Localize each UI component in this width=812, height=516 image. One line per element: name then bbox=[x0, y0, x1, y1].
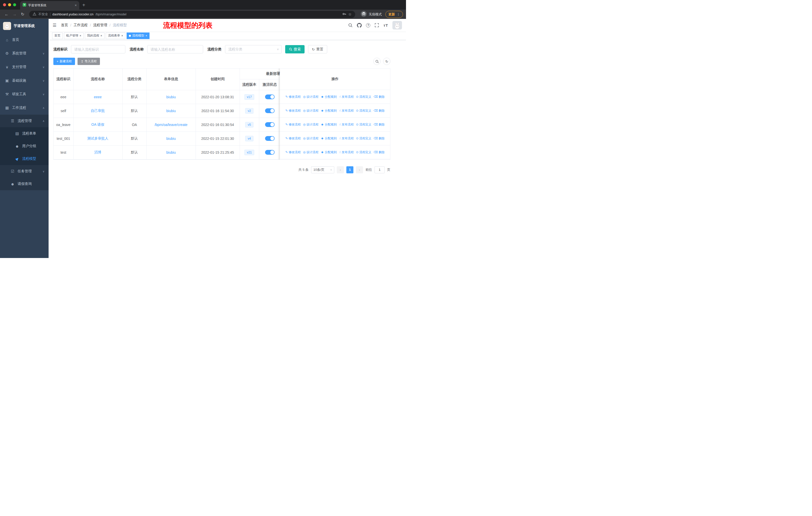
goto-page-input[interactable] bbox=[375, 166, 385, 173]
model-name-link[interactable]: eeee bbox=[94, 95, 102, 99]
create-process-button[interactable]: + 新建流程 bbox=[53, 58, 75, 65]
form-link[interactable]: biubiu bbox=[166, 151, 176, 155]
category-select[interactable]: 流程分类 ∨ bbox=[225, 45, 282, 53]
tag-process-form[interactable]: 流程表单 × bbox=[106, 32, 125, 39]
deploy-flow-link[interactable]: ☝发布流程 bbox=[339, 95, 354, 99]
menu-fold-icon[interactable]: ☰ bbox=[53, 23, 56, 28]
sidebar-item-home[interactable]: ⌂ 首页 bbox=[0, 33, 49, 47]
tag-close-icon[interactable]: × bbox=[121, 34, 123, 37]
delete-link[interactable]: ⌫删除 bbox=[374, 95, 385, 99]
design-flow-link[interactable]: ◎设计流程 bbox=[303, 109, 318, 113]
sidebar-item-leave-query[interactable]: ☻ 请假查询 bbox=[0, 178, 49, 190]
tag-close-icon[interactable]: × bbox=[145, 34, 147, 37]
back-icon[interactable]: ← bbox=[3, 12, 10, 17]
form-link[interactable]: biubiu bbox=[166, 137, 176, 141]
active-toggle[interactable] bbox=[265, 150, 274, 155]
sidebar-item-process-form[interactable]: ▤ 流程表单 bbox=[0, 127, 49, 140]
browser-menu-icon[interactable]: ⋮ bbox=[397, 12, 400, 16]
page-size-select[interactable]: 10条/页 ∨ bbox=[311, 166, 334, 173]
model-name-link[interactable]: OA 请假 bbox=[91, 123, 104, 127]
assign-rule-link[interactable]: ☻分配规则 bbox=[321, 95, 337, 99]
tag-close-icon[interactable]: × bbox=[100, 34, 102, 37]
sidebar-item-process-model[interactable]: ▶ 流程模型 bbox=[0, 153, 49, 165]
active-toggle[interactable] bbox=[265, 136, 274, 141]
active-toggle[interactable] bbox=[265, 108, 274, 113]
form-link[interactable]: biubiu bbox=[166, 109, 176, 113]
show-search-button[interactable] bbox=[373, 58, 381, 65]
assign-rule-link[interactable]: ☻分配规则 bbox=[321, 109, 337, 113]
password-key-icon[interactable] bbox=[342, 12, 346, 17]
deploy-flow-link[interactable]: ☝发布流程 bbox=[339, 123, 354, 127]
sidebar-item-workflow[interactable]: ▦ 工作流程 ∧ bbox=[0, 101, 49, 115]
help-icon[interactable]: ? bbox=[366, 23, 370, 27]
tag-home[interactable]: 首页 bbox=[52, 32, 63, 39]
flow-definition-link[interactable]: ⊙流程定义 bbox=[356, 150, 371, 155]
deploy-flow-link[interactable]: ☝发布流程 bbox=[339, 150, 354, 155]
sidebar-item-payment[interactable]: ¥ 支付管理 ∨ bbox=[0, 60, 49, 74]
prev-page-button[interactable]: ‹ bbox=[337, 166, 344, 173]
forward-icon[interactable]: → bbox=[11, 12, 18, 17]
breadcrumb-item[interactable]: 流程管理 bbox=[93, 23, 107, 27]
tag-tenant[interactable]: 租户管理 × bbox=[64, 32, 84, 39]
user-avatar[interactable] bbox=[393, 21, 402, 29]
sidebar-item-process-management[interactable]: ☰ 流程管理 ∧ bbox=[0, 115, 49, 127]
assign-rule-link[interactable]: ☻分配规则 bbox=[321, 150, 337, 155]
delete-link[interactable]: ⌫删除 bbox=[374, 136, 385, 141]
delete-link[interactable]: ⌫删除 bbox=[374, 109, 385, 113]
assign-rule-link[interactable]: ☻分配规则 bbox=[321, 136, 337, 141]
design-flow-link[interactable]: ◎设计流程 bbox=[303, 136, 318, 141]
refresh-table-button[interactable]: ↻ bbox=[383, 58, 390, 65]
sidebar-item-infrastructure[interactable]: ▣ 基础设施 ∨ bbox=[0, 74, 49, 87]
sidebar-item-user-group[interactable]: ☻ 用户分组 bbox=[0, 140, 49, 153]
design-flow-link[interactable]: ◎设计流程 bbox=[303, 150, 318, 155]
delete-link[interactable]: ⌫删除 bbox=[374, 150, 385, 155]
next-page-button[interactable]: › bbox=[356, 166, 363, 173]
edit-flow-link[interactable]: ✎修改流程 bbox=[285, 95, 301, 99]
model-name-link[interactable]: 测试多审批人 bbox=[87, 136, 109, 140]
sidebar-item-system[interactable]: ⚙ 系统管理 ∨ bbox=[0, 47, 49, 60]
browser-tab[interactable]: 芋道管理系统 × bbox=[20, 1, 79, 9]
edit-flow-link[interactable]: ✎修改流程 bbox=[285, 109, 301, 113]
deploy-flow-link[interactable]: ☝发布流程 bbox=[339, 109, 354, 113]
reset-button[interactable]: ↻ 重置 bbox=[308, 45, 327, 53]
new-tab-button[interactable]: + bbox=[82, 2, 85, 8]
search-icon[interactable] bbox=[348, 23, 353, 27]
form-link[interactable]: /bpm/oa/leave/create bbox=[154, 123, 187, 127]
delete-link[interactable]: ⌫删除 bbox=[374, 123, 385, 127]
tag-my-process[interactable]: 我的流程 × bbox=[85, 32, 105, 39]
form-link[interactable]: biubiu bbox=[166, 95, 176, 99]
breadcrumb-item[interactable]: 首页 bbox=[61, 23, 68, 27]
tab-close-icon[interactable]: × bbox=[75, 3, 77, 7]
github-icon[interactable] bbox=[357, 23, 362, 28]
sidebar-item-task-management[interactable]: ☑ 任务管理 ∨ bbox=[0, 165, 49, 178]
model-name-link[interactable]: 滔博 bbox=[94, 150, 102, 154]
tag-close-icon[interactable]: × bbox=[80, 34, 81, 37]
window-minimize-button[interactable] bbox=[8, 3, 11, 6]
sidebar-item-devtools[interactable]: ⚒ 研发工具 ∨ bbox=[0, 87, 49, 101]
active-toggle[interactable] bbox=[265, 94, 274, 99]
active-toggle[interactable] bbox=[265, 122, 274, 127]
import-process-button[interactable]: ↥ 导入流程 bbox=[78, 58, 100, 65]
tag-process-model[interactable]: 流程模型 × bbox=[126, 32, 149, 39]
edit-flow-link[interactable]: ✎修改流程 bbox=[285, 123, 301, 127]
font-size-icon[interactable]: тT bbox=[383, 23, 388, 27]
design-flow-link[interactable]: ◎设计流程 bbox=[303, 95, 318, 99]
process-name-input[interactable] bbox=[147, 45, 203, 53]
window-close-button[interactable] bbox=[3, 3, 6, 6]
url-bar[interactable]: 不安全 dashboard.yudao.iocoder.cn/bpm/manag… bbox=[29, 11, 355, 18]
assign-rule-link[interactable]: ☻分配规则 bbox=[321, 123, 337, 127]
design-flow-link[interactable]: ◎设计流程 bbox=[303, 123, 318, 127]
flow-definition-link[interactable]: ⊙流程定义 bbox=[356, 136, 371, 141]
fullscreen-icon[interactable] bbox=[375, 23, 379, 27]
flow-definition-link[interactable]: ⊙流程定义 bbox=[356, 95, 371, 99]
flow-definition-link[interactable]: ⊙流程定义 bbox=[356, 123, 371, 127]
edit-flow-link[interactable]: ✎修改流程 bbox=[285, 150, 301, 155]
window-zoom-button[interactable] bbox=[13, 3, 16, 6]
edit-flow-link[interactable]: ✎修改流程 bbox=[285, 136, 301, 141]
update-button[interactable]: 更新 ⋮ bbox=[385, 11, 403, 18]
reload-icon[interactable]: ↻ bbox=[19, 12, 26, 17]
current-page-button[interactable]: 1 bbox=[346, 166, 353, 173]
search-button[interactable]: 搜索 bbox=[285, 45, 304, 53]
model-name-link[interactable]: 自己审批 bbox=[91, 109, 105, 113]
bookmark-star-icon[interactable]: ☆ bbox=[348, 12, 352, 17]
